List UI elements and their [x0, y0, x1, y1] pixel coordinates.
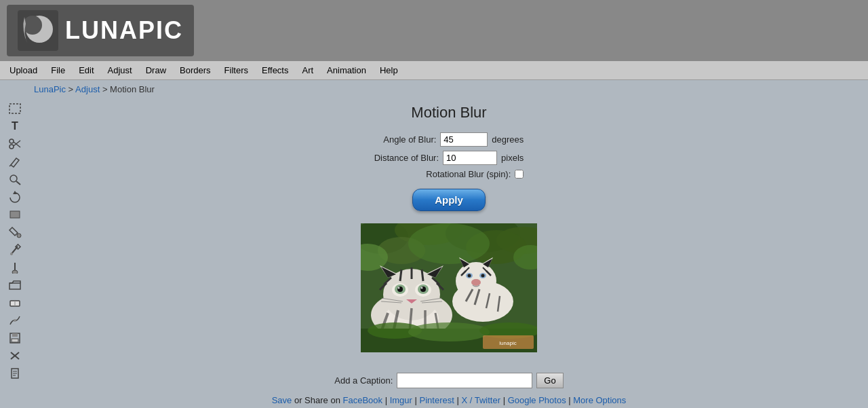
- rotate-tool[interactable]: [5, 189, 24, 204]
- svg-point-73: [398, 287, 400, 289]
- svg-point-15: [10, 253, 13, 255]
- nav-art[interactable]: Art: [295, 62, 320, 78]
- zoom-tool[interactable]: [5, 172, 24, 187]
- svg-line-10: [16, 181, 20, 185]
- facebook-link[interactable]: FaceBook: [342, 395, 382, 405]
- nav-filters[interactable]: Filters: [218, 62, 255, 78]
- twitter-link[interactable]: X / Twitter: [461, 395, 500, 405]
- pinterest-link[interactable]: Pinterest: [420, 395, 454, 405]
- nav-borders[interactable]: Borders: [173, 62, 218, 78]
- page-tool[interactable]: [5, 366, 24, 381]
- svg-point-5: [9, 145, 14, 149]
- distance-unit: pixels: [501, 153, 524, 163]
- image-container: lunapic: [361, 223, 537, 352]
- googlephotos-link[interactable]: Google Photos: [508, 395, 566, 405]
- brush-tool[interactable]: [5, 260, 24, 275]
- apply-button[interactable]: Apply: [412, 189, 486, 211]
- svg-point-13: [17, 234, 21, 238]
- svg-rect-3: [9, 104, 20, 113]
- svg-point-55: [471, 279, 481, 286]
- save-link[interactable]: Save: [272, 395, 292, 405]
- moreoptions-link[interactable]: More Options: [573, 395, 626, 405]
- svg-point-74: [421, 287, 423, 289]
- eraser-tool[interactable]: [5, 295, 24, 310]
- imgur-link[interactable]: Imgur: [390, 395, 412, 405]
- main-layout: T: [0, 97, 868, 408]
- caption-row: Add a Caption: Go: [334, 373, 563, 388]
- rotational-row: Rotational Blur (spin):: [426, 169, 524, 179]
- rotational-label: Rotational Blur (spin):: [426, 169, 511, 179]
- save-tool[interactable]: [5, 331, 24, 346]
- distance-input[interactable]: [443, 151, 497, 165]
- scissors-tool[interactable]: [5, 136, 24, 151]
- fill-tool[interactable]: [5, 225, 24, 240]
- logo-icon: [18, 10, 58, 51]
- breadcrumb-current: Motion Blur: [110, 84, 155, 94]
- caption-area: Add a Caption: Go Save or Share on FaceB…: [272, 373, 627, 405]
- svg-point-21: [14, 319, 16, 322]
- svg-rect-24: [12, 339, 18, 342]
- logo-container[interactable]: LUNAPIC: [7, 5, 194, 56]
- angle-input[interactable]: [440, 132, 488, 147]
- caption-label: Add a Caption:: [334, 375, 393, 386]
- angle-unit: degrees: [492, 134, 524, 145]
- svg-line-8: [9, 165, 11, 166]
- svg-rect-23: [12, 333, 18, 337]
- svg-point-38: [408, 223, 490, 264]
- distance-label: Distance of Blur:: [374, 153, 439, 163]
- fx-tool[interactable]: [5, 313, 24, 328]
- nav-upload[interactable]: Upload: [3, 62, 44, 78]
- nav-help[interactable]: Help: [373, 62, 405, 78]
- breadcrumb-adjust[interactable]: Adjust: [75, 84, 100, 94]
- rect-tool[interactable]: [5, 207, 24, 222]
- folder-tool[interactable]: [5, 278, 24, 293]
- angle-label: Angle of Blur:: [383, 134, 436, 145]
- sidebar: T: [0, 97, 30, 408]
- svg-point-93: [408, 322, 490, 341]
- svg-text:lunapic: lunapic: [499, 340, 516, 346]
- svg-point-4: [9, 139, 14, 143]
- nav-draw[interactable]: Draw: [139, 62, 173, 78]
- svg-line-85: [422, 270, 423, 281]
- pencil-tool[interactable]: [5, 154, 24, 169]
- breadcrumb: LunaPic > Adjust > Motion Blur: [0, 80, 868, 97]
- svg-point-54: [481, 274, 485, 278]
- nav-edit[interactable]: Edit: [72, 62, 100, 78]
- svg-line-83: [400, 270, 401, 281]
- svg-point-9: [10, 175, 17, 182]
- share-row: Save or Share on FaceBook | Imgur | Pint…: [272, 395, 627, 405]
- svg-point-18: [12, 270, 18, 274]
- header: LUNAPIC: [0, 0, 868, 61]
- eyedropper-tool[interactable]: [5, 242, 24, 257]
- svg-point-2: [23, 16, 42, 35]
- page-title: Motion Blur: [411, 104, 486, 122]
- breadcrumb-lunapic[interactable]: LunaPic: [34, 84, 66, 94]
- distance-row: Distance of Blur: pixels: [374, 151, 524, 165]
- nav-effects[interactable]: Effects: [255, 62, 296, 78]
- nav-animation[interactable]: Animation: [320, 62, 373, 78]
- svg-rect-12: [10, 211, 20, 218]
- nav-file[interactable]: File: [44, 62, 72, 78]
- svg-marker-11: [13, 191, 17, 194]
- navbar: Upload File Edit Adjust Draw Borders Fil…: [0, 61, 868, 80]
- logo-text: LUNAPIC: [65, 16, 183, 45]
- caption-input[interactable]: [397, 373, 532, 388]
- svg-point-53: [468, 274, 471, 278]
- select-tool[interactable]: [5, 101, 24, 116]
- close-tool[interactable]: [5, 348, 24, 363]
- form-area: Angle of Blur: degrees Distance of Blur:…: [374, 132, 524, 179]
- nav-adjust[interactable]: Adjust: [101, 62, 139, 78]
- text-tool[interactable]: T: [5, 119, 24, 134]
- rotational-checkbox[interactable]: [515, 170, 524, 179]
- go-button[interactable]: Go: [536, 373, 563, 388]
- angle-row: Angle of Blur: degrees: [383, 132, 524, 147]
- content: Motion Blur Angle of Blur: degrees Dista…: [30, 97, 868, 408]
